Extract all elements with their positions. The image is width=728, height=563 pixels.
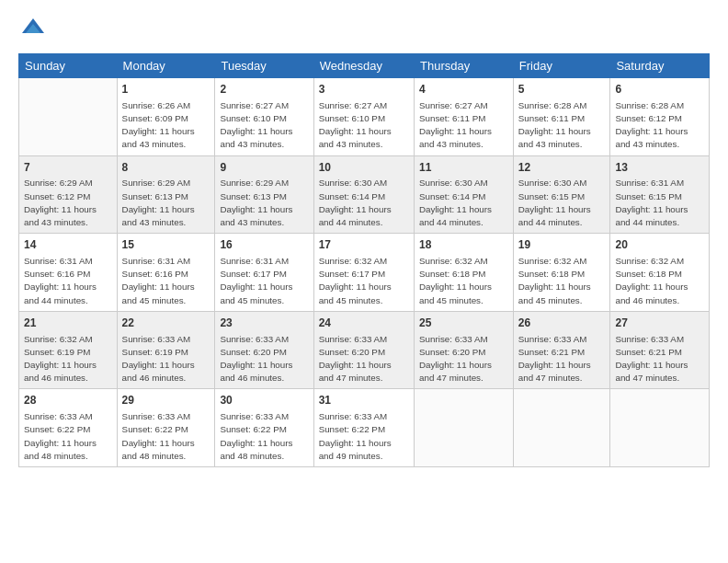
calendar-cell: 5Sunrise: 6:28 AM Sunset: 6:11 PM Daylig… [513, 78, 610, 156]
day-info: Sunrise: 6:31 AM Sunset: 6:17 PM Dayligh… [220, 255, 308, 307]
day-number: 8 [122, 160, 210, 176]
day-info: Sunrise: 6:28 AM Sunset: 6:11 PM Dayligh… [518, 99, 606, 152]
day-info: Sunrise: 6:30 AM Sunset: 6:14 PM Dayligh… [319, 177, 409, 229]
calendar-cell: 15Sunrise: 6:31 AM Sunset: 6:16 PM Dayli… [117, 234, 215, 312]
calendar-cell: 26Sunrise: 6:33 AM Sunset: 6:21 PM Dayli… [513, 311, 610, 389]
day-number: 7 [24, 160, 112, 176]
day-number: 31 [319, 393, 409, 408]
calendar-cell [513, 389, 610, 467]
calendar-cell: 12Sunrise: 6:30 AM Sunset: 6:15 PM Dayli… [513, 155, 610, 234]
calendar-cell: 14Sunrise: 6:31 AM Sunset: 6:16 PM Dayli… [19, 234, 118, 312]
day-info: Sunrise: 6:29 AM Sunset: 6:12 PM Dayligh… [24, 177, 112, 229]
page: SundayMondayTuesdayWednesdayThursdayFrid… [0, 0, 728, 563]
calendar-week-row: 1Sunrise: 6:26 AM Sunset: 6:09 PM Daylig… [19, 78, 710, 156]
day-header-friday: Friday [513, 54, 610, 78]
day-number: 14 [24, 237, 112, 253]
calendar-cell: 19Sunrise: 6:32 AM Sunset: 6:18 PM Dayli… [513, 234, 610, 312]
day-header-tuesday: Tuesday [215, 54, 313, 78]
day-number: 26 [518, 316, 606, 331]
calendar-cell [610, 389, 710, 467]
calendar-cell: 7Sunrise: 6:29 AM Sunset: 6:12 PM Daylig… [19, 155, 118, 234]
calendar-cell: 27Sunrise: 6:33 AM Sunset: 6:21 PM Dayli… [610, 311, 710, 389]
day-info: Sunrise: 6:31 AM Sunset: 6:15 PM Dayligh… [615, 177, 704, 229]
day-number: 6 [615, 82, 704, 98]
day-info: Sunrise: 6:29 AM Sunset: 6:13 PM Dayligh… [122, 177, 210, 229]
day-number: 4 [419, 82, 508, 98]
calendar-cell: 13Sunrise: 6:31 AM Sunset: 6:15 PM Dayli… [610, 155, 710, 234]
day-info: Sunrise: 6:31 AM Sunset: 6:16 PM Dayligh… [24, 255, 112, 307]
calendar: SundayMondayTuesdayWednesdayThursdayFrid… [18, 53, 710, 467]
day-number: 19 [518, 237, 606, 253]
calendar-cell: 23Sunrise: 6:33 AM Sunset: 6:20 PM Dayli… [215, 311, 313, 389]
calendar-cell: 4Sunrise: 6:27 AM Sunset: 6:11 PM Daylig… [415, 78, 514, 156]
logo-icon [18, 15, 48, 44]
calendar-cell [415, 389, 514, 467]
day-info: Sunrise: 6:31 AM Sunset: 6:16 PM Dayligh… [122, 255, 210, 307]
day-header-thursday: Thursday [415, 54, 514, 78]
day-info: Sunrise: 6:32 AM Sunset: 6:17 PM Dayligh… [319, 255, 409, 307]
day-info: Sunrise: 6:33 AM Sunset: 6:20 PM Dayligh… [220, 333, 308, 385]
day-number: 22 [122, 316, 210, 331]
day-number: 29 [122, 393, 210, 408]
day-info: Sunrise: 6:33 AM Sunset: 6:22 PM Dayligh… [220, 410, 308, 463]
day-number: 11 [419, 160, 508, 176]
day-info: Sunrise: 6:33 AM Sunset: 6:22 PM Dayligh… [24, 410, 112, 463]
calendar-cell: 29Sunrise: 6:33 AM Sunset: 6:22 PM Dayli… [117, 389, 215, 467]
day-info: Sunrise: 6:32 AM Sunset: 6:18 PM Dayligh… [419, 255, 508, 307]
day-number: 27 [615, 316, 704, 331]
day-number: 9 [220, 160, 308, 176]
day-number: 23 [220, 316, 308, 331]
day-info: Sunrise: 6:33 AM Sunset: 6:19 PM Dayligh… [122, 333, 210, 385]
calendar-cell: 21Sunrise: 6:32 AM Sunset: 6:19 PM Dayli… [19, 311, 118, 389]
day-info: Sunrise: 6:33 AM Sunset: 6:20 PM Dayligh… [419, 333, 508, 385]
calendar-week-row: 21Sunrise: 6:32 AM Sunset: 6:19 PM Dayli… [19, 311, 710, 389]
day-info: Sunrise: 6:33 AM Sunset: 6:22 PM Dayligh… [122, 410, 210, 463]
day-number: 25 [419, 316, 508, 331]
day-header-saturday: Saturday [610, 54, 710, 78]
day-info: Sunrise: 6:28 AM Sunset: 6:12 PM Dayligh… [615, 99, 704, 152]
calendar-cell: 2Sunrise: 6:27 AM Sunset: 6:10 PM Daylig… [215, 78, 313, 156]
calendar-cell: 18Sunrise: 6:32 AM Sunset: 6:18 PM Dayli… [415, 234, 514, 312]
calendar-cell: 6Sunrise: 6:28 AM Sunset: 6:12 PM Daylig… [610, 78, 710, 156]
day-info: Sunrise: 6:32 AM Sunset: 6:19 PM Dayligh… [24, 333, 112, 385]
calendar-cell: 1Sunrise: 6:26 AM Sunset: 6:09 PM Daylig… [117, 78, 215, 156]
day-info: Sunrise: 6:27 AM Sunset: 6:10 PM Dayligh… [319, 99, 409, 152]
calendar-cell: 31Sunrise: 6:33 AM Sunset: 6:22 PM Dayli… [313, 389, 414, 467]
calendar-cell: 28Sunrise: 6:33 AM Sunset: 6:22 PM Dayli… [19, 389, 118, 467]
calendar-cell: 8Sunrise: 6:29 AM Sunset: 6:13 PM Daylig… [117, 155, 215, 234]
day-number: 1 [122, 82, 210, 98]
calendar-cell: 25Sunrise: 6:33 AM Sunset: 6:20 PM Dayli… [415, 311, 514, 389]
day-info: Sunrise: 6:33 AM Sunset: 6:20 PM Dayligh… [319, 333, 409, 385]
day-number: 20 [615, 237, 704, 253]
calendar-header-row: SundayMondayTuesdayWednesdayThursdayFrid… [19, 54, 710, 78]
calendar-cell: 11Sunrise: 6:30 AM Sunset: 6:14 PM Dayli… [415, 155, 514, 234]
day-info: Sunrise: 6:33 AM Sunset: 6:21 PM Dayligh… [518, 333, 606, 385]
day-number: 2 [220, 82, 308, 98]
day-number: 5 [518, 82, 606, 98]
day-number: 28 [24, 393, 112, 408]
day-info: Sunrise: 6:27 AM Sunset: 6:10 PM Dayligh… [220, 99, 308, 152]
day-info: Sunrise: 6:27 AM Sunset: 6:11 PM Dayligh… [419, 99, 508, 152]
day-info: Sunrise: 6:32 AM Sunset: 6:18 PM Dayligh… [518, 255, 606, 307]
day-info: Sunrise: 6:30 AM Sunset: 6:14 PM Dayligh… [419, 177, 508, 229]
day-number: 15 [122, 237, 210, 253]
day-info: Sunrise: 6:32 AM Sunset: 6:18 PM Dayligh… [615, 255, 704, 307]
calendar-week-row: 28Sunrise: 6:33 AM Sunset: 6:22 PM Dayli… [19, 389, 710, 467]
day-number: 3 [319, 82, 409, 98]
day-header-wednesday: Wednesday [313, 54, 414, 78]
header [18, 15, 710, 44]
day-number: 12 [518, 160, 606, 176]
calendar-cell: 9Sunrise: 6:29 AM Sunset: 6:13 PM Daylig… [215, 155, 313, 234]
day-number: 24 [319, 316, 409, 331]
day-info: Sunrise: 6:30 AM Sunset: 6:15 PM Dayligh… [518, 177, 606, 229]
logo [18, 15, 53, 44]
calendar-cell: 17Sunrise: 6:32 AM Sunset: 6:17 PM Dayli… [313, 234, 414, 312]
day-number: 18 [419, 237, 508, 253]
calendar-cell: 24Sunrise: 6:33 AM Sunset: 6:20 PM Dayli… [313, 311, 414, 389]
calendar-cell: 16Sunrise: 6:31 AM Sunset: 6:17 PM Dayli… [215, 234, 313, 312]
day-number: 10 [319, 160, 409, 176]
calendar-cell: 22Sunrise: 6:33 AM Sunset: 6:19 PM Dayli… [117, 311, 215, 389]
calendar-cell [19, 78, 118, 156]
day-info: Sunrise: 6:26 AM Sunset: 6:09 PM Dayligh… [122, 99, 210, 152]
day-header-sunday: Sunday [19, 54, 118, 78]
